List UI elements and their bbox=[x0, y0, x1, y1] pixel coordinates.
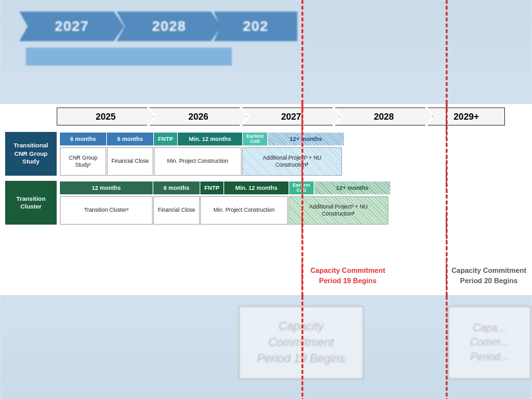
top-year-2028: 2028 bbox=[117, 12, 222, 41]
red-dashed-bottom-1 bbox=[301, 296, 303, 399]
year-2028: 2028 bbox=[335, 107, 433, 125]
main-timeline-section: 2025 2026 2027 2028 2029+ Transitional C… bbox=[0, 103, 532, 296]
cluster-dur-12mo: 12 months bbox=[60, 181, 153, 194]
cluster-12plus-months: 12+ months bbox=[314, 181, 390, 194]
red-dashed-bottom-2 bbox=[446, 296, 448, 399]
red-dashed-line-top-2 bbox=[446, 0, 448, 109]
cnr-box-financial-close: Financial Close bbox=[107, 147, 153, 176]
cluster-box-transition: Transition Cluster² bbox=[60, 196, 153, 225]
cnr-row-label: Transitional CNR Group Study bbox=[5, 132, 57, 176]
red-dashed-full-1 bbox=[301, 103, 303, 296]
cluster-dur-6mo: 6 months bbox=[153, 181, 200, 194]
top-year-202x: 202 bbox=[214, 12, 298, 41]
cnr-box-group-study: CNR Group Study¹ bbox=[60, 147, 106, 176]
cnr-box-additional: Additional Project³ + NU Construction⁴ bbox=[242, 147, 342, 176]
year-2025: 2025 bbox=[57, 107, 155, 125]
cluster-min-12mo: Min. 12 months bbox=[224, 181, 289, 194]
cluster-fntp: FNTP bbox=[200, 181, 223, 194]
year-2026: 2026 bbox=[149, 107, 247, 125]
capacity-label-period19: Capacity Commitment Period 19 Begins bbox=[306, 266, 390, 286]
cluster-box-min-construction: Min. Project Construction bbox=[200, 196, 288, 225]
cnr-12plus-months: 12+ months bbox=[268, 133, 344, 145]
cluster-box-additional: Additional Project³ + NU Construction⁴ bbox=[289, 196, 388, 225]
cluster-row-label: Transition Cluster bbox=[5, 181, 57, 225]
year-2029: 2029+ bbox=[428, 107, 505, 125]
cnr-min-12mo: Min. 12 months bbox=[178, 133, 242, 145]
cnr-fntp: FNTP bbox=[154, 133, 177, 145]
cnr-box-min-construction: Min. Project Construction bbox=[154, 147, 242, 176]
red-dashed-line-top-1 bbox=[301, 0, 303, 109]
cnr-earliest-cod: Earliest CoD bbox=[243, 133, 267, 145]
top-blue-bar bbox=[26, 48, 232, 66]
year-2027: 2027 bbox=[242, 107, 340, 125]
top-year-2027: 2027 bbox=[19, 12, 124, 41]
top-blurred-section: 2027 2028 202 bbox=[0, 0, 532, 109]
bottom-blurred-section: CapacityCommitmentPeriod 19 Begins Capa.… bbox=[0, 293, 532, 399]
cnr-dur-6mo-2: 6 months bbox=[107, 133, 153, 145]
cluster-box-financial: Financial Close bbox=[153, 196, 200, 225]
cnr-dur-6mo-1: 6 months bbox=[60, 133, 106, 145]
red-dashed-full-2 bbox=[446, 103, 448, 296]
capacity-label-period20: Capacity Commitment Period 20 Begins bbox=[451, 266, 527, 286]
bottom-capacity-box-2: Capa...Comm...Period... bbox=[448, 306, 531, 380]
